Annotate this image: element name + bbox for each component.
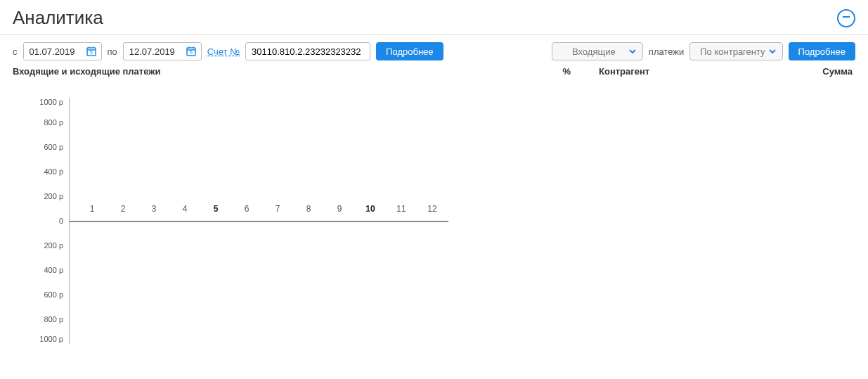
content-row: Входящие и исходящие платежи 1000 р800 р… [0,66,868,356]
col-counterparty: Контрагент [571,66,768,77]
x-tick: 6 [231,204,262,214]
y-tick: 200 р [44,233,69,257]
y-tick: 200 р [44,184,69,208]
direction-select-value: Входящие [572,46,616,57]
x-tick: 4 [169,204,200,214]
x-tick: 3 [138,204,169,214]
chart-title: Входящие и исходящие платежи [13,66,469,77]
account-field[interactable] [245,42,370,60]
y-axis: 1000 р800 р600 р400 р200 р0200 р400 р600… [34,98,69,344]
y-tick: 400 р [44,257,69,282]
account-label-link[interactable]: Счет № [207,46,240,57]
y-tick: 1000 р [39,98,69,110]
x-tick: 7 [262,204,293,214]
x-tick: 8 [293,204,324,214]
from-label: с [13,46,18,57]
payments-label: платежи [649,46,684,57]
svg-text:5: 5 [90,50,93,55]
y-tick: 800 р [44,110,69,134]
x-tick: 12 [417,204,448,214]
calendar-icon[interactable]: 5 [186,46,197,57]
minus-icon [842,13,850,23]
col-pct: % [493,66,571,77]
to-date-field[interactable]: 5 [123,42,202,60]
account-input[interactable] [252,46,364,57]
x-tick: 1 [77,204,108,214]
table-panel: % Контрагент Сумма [491,66,855,344]
to-label: по [108,46,117,57]
chevron-down-icon [628,47,637,56]
collapse-button[interactable] [837,9,855,27]
calendar-icon[interactable]: 5 [86,46,97,57]
from-date-field[interactable]: 5 [23,42,102,60]
direction-select[interactable]: Входящие [552,42,643,60]
table-headers: % Контрагент Сумма [491,66,855,77]
page-title: Аналитика [13,7,103,29]
x-axis: 123456789101112 [77,204,448,214]
chevron-down-icon [768,47,777,56]
details-button-right[interactable]: Подробнее [789,42,855,60]
x-tick: 5 [200,204,231,214]
chart-area: 1000 р800 р600 р400 р200 р0200 р400 р600… [13,98,469,344]
y-tick: 800 р [44,307,69,331]
y-tick: 600 р [44,282,69,307]
plot-area: 123456789101112 [69,98,448,344]
x-tick: 2 [108,204,138,214]
y-tick: 400 р [44,159,69,184]
details-button[interactable]: Подробнее [376,42,443,60]
x-tick: 11 [386,204,417,214]
col-sum: Сумма [768,66,853,77]
zero-line [70,221,448,222]
y-tick: 1000 р [39,331,69,343]
x-tick: 9 [324,204,355,214]
filters-row: с 5 по 5 [0,35,868,66]
y-tick: 600 р [44,134,69,159]
groupby-select-value: По контрагенту [700,46,765,57]
svg-text:5: 5 [190,50,193,55]
to-date-input[interactable] [129,46,181,57]
from-date-input[interactable] [30,46,82,57]
groupby-select[interactable]: По контрагенту [689,42,782,60]
filters-left: с 5 по 5 [13,42,443,60]
filters-right: Входящие платежи По контрагенту Подробне… [552,42,855,60]
x-tick: 10 [355,204,386,214]
chart-panel: Входящие и исходящие платежи 1000 р800 р… [13,66,469,344]
page-header: Аналитика [0,0,868,35]
y-tick: 0 [59,208,69,233]
